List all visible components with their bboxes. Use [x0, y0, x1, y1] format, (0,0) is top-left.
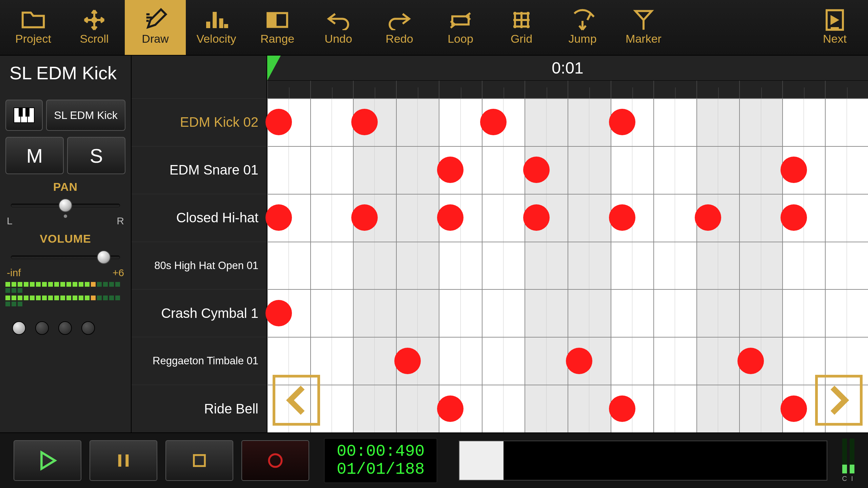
grid-cell[interactable]	[353, 242, 396, 289]
grid-cell[interactable]	[568, 98, 611, 146]
draw-tool[interactable]: Draw	[125, 0, 186, 55]
velocity-tool[interactable]: Velocity	[186, 0, 247, 55]
track-name[interactable]: Closed Hi-hat	[132, 194, 267, 242]
grid-cell[interactable]	[310, 194, 353, 242]
grid-cell[interactable]	[739, 146, 782, 194]
grid-cell[interactable]	[611, 242, 654, 289]
grid-cell[interactable]	[825, 194, 868, 242]
solo-button[interactable]: S	[67, 137, 125, 174]
redo-tool[interactable]: Redo	[369, 0, 430, 55]
grid-cell[interactable]	[525, 289, 568, 337]
note[interactable]	[265, 204, 292, 231]
undo-tool[interactable]: Undo	[308, 0, 369, 55]
grid-cell[interactable]	[825, 289, 868, 337]
grid-cell[interactable]	[396, 385, 439, 432]
grid-cell[interactable]	[653, 337, 696, 385]
marker-tool[interactable]: Marker	[613, 0, 674, 55]
grid-cell[interactable]	[482, 289, 525, 337]
play-button[interactable]	[14, 440, 81, 481]
instrument-button[interactable]: SL EDM Kick	[46, 100, 125, 131]
note[interactable]	[437, 204, 463, 231]
volume-slider[interactable]	[5, 249, 125, 266]
grid-cell[interactable]	[568, 146, 611, 194]
page-dot[interactable]	[81, 321, 95, 335]
pan-slider[interactable]	[5, 197, 125, 214]
grid-cell[interactable]	[825, 98, 868, 146]
grid-cell[interactable]	[396, 289, 439, 337]
grid-cell[interactable]	[739, 242, 782, 289]
grid-cell[interactable]	[653, 242, 696, 289]
note[interactable]	[523, 157, 550, 183]
grid-cell[interactable]	[568, 242, 611, 289]
grid-cell[interactable]	[310, 146, 353, 194]
note[interactable]	[566, 348, 592, 374]
scroll-right-button[interactable]	[815, 375, 863, 426]
note[interactable]	[351, 204, 378, 231]
note[interactable]	[609, 109, 635, 135]
grid-cell[interactable]	[611, 289, 654, 337]
grid-cell[interactable]	[653, 289, 696, 337]
page-dot[interactable]	[12, 321, 26, 335]
grid-cell[interactable]	[696, 385, 739, 432]
grid-cell[interactable]	[396, 146, 439, 194]
grid-cell[interactable]	[825, 242, 868, 289]
grid-cell[interactable]	[653, 146, 696, 194]
note[interactable]	[480, 109, 507, 135]
grid-cell[interactable]	[696, 289, 739, 337]
note[interactable]	[609, 204, 635, 231]
note[interactable]	[781, 157, 807, 183]
note[interactable]	[437, 395, 463, 422]
note[interactable]	[394, 348, 421, 374]
grid-cell[interactable]	[739, 385, 782, 432]
grid-cell[interactable]	[611, 337, 654, 385]
grid-cell[interactable]	[439, 337, 482, 385]
grid-cell[interactable]	[439, 242, 482, 289]
grid-cell[interactable]	[439, 289, 482, 337]
grid-cell[interactable]	[525, 242, 568, 289]
grid-cell[interactable]	[696, 242, 739, 289]
grid-cell[interactable]	[653, 385, 696, 432]
grid-cell[interactable]	[696, 98, 739, 146]
grid-cell[interactable]	[353, 146, 396, 194]
grid-cell[interactable]	[310, 98, 353, 146]
grid-cell[interactable]	[396, 194, 439, 242]
grid-cell[interactable]	[482, 385, 525, 432]
beat-ruler[interactable]	[267, 81, 868, 98]
grid-cell[interactable]	[696, 146, 739, 194]
piano-button[interactable]	[5, 100, 43, 131]
note[interactable]	[265, 109, 292, 135]
grid-cell[interactable]	[439, 98, 482, 146]
page-dot[interactable]	[35, 321, 49, 335]
jump-tool[interactable]: Jump	[552, 0, 613, 55]
note[interactable]	[737, 348, 764, 374]
note[interactable]	[437, 157, 463, 183]
note[interactable]	[695, 204, 721, 231]
grid-tool[interactable]: Grid	[491, 0, 552, 55]
note[interactable]	[609, 395, 635, 422]
grid-cell[interactable]	[353, 289, 396, 337]
grid-cell[interactable]	[653, 194, 696, 242]
grid-cell[interactable]	[739, 289, 782, 337]
scroll-tool[interactable]: Scroll	[64, 0, 125, 55]
grid-cell[interactable]	[310, 289, 353, 337]
grid-cell[interactable]	[353, 385, 396, 432]
grid-cell[interactable]	[396, 242, 439, 289]
grid-cell[interactable]	[353, 337, 396, 385]
track-name[interactable]: EDM Snare 01	[132, 146, 267, 194]
song-overview[interactable]	[459, 441, 827, 481]
grid-cell[interactable]	[525, 385, 568, 432]
grid-cell[interactable]	[782, 242, 825, 289]
grid-cell[interactable]	[482, 242, 525, 289]
pause-button[interactable]	[90, 440, 157, 481]
time-bar[interactable]: 0:01	[267, 56, 868, 81]
grid-cell[interactable]	[739, 194, 782, 242]
grid-cell[interactable]	[396, 98, 439, 146]
grid-cell[interactable]	[482, 146, 525, 194]
grid-cell[interactable]	[568, 194, 611, 242]
note[interactable]	[351, 109, 378, 135]
grid-cell[interactable]	[525, 337, 568, 385]
track-name[interactable]: Ride Bell	[132, 385, 267, 432]
grid-cell[interactable]	[653, 98, 696, 146]
grid-cell[interactable]	[568, 289, 611, 337]
record-button[interactable]	[241, 440, 309, 481]
